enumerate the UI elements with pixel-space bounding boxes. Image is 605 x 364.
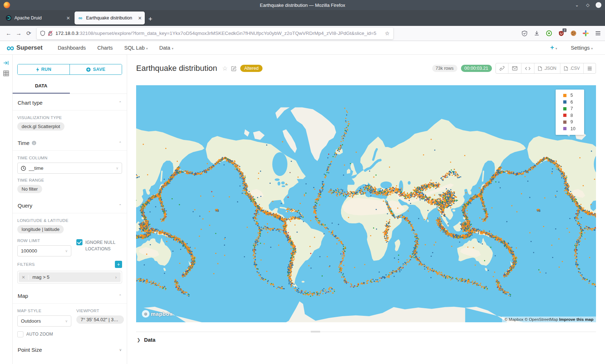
close-icon[interactable]: ✕ xyxy=(596,2,601,8)
legend-label: 6 xyxy=(570,100,573,105)
remove-filter-icon[interactable]: ✕ xyxy=(19,275,29,280)
deckgl-map[interactable]: 5678910 ⊕ mapbox © Mapbox © OpenStreetMa… xyxy=(136,85,596,322)
data-collapse-row[interactable]: ❯ Data xyxy=(137,337,595,343)
data-panel-label: Data xyxy=(144,337,155,343)
improve-map-link[interactable]: Improve this map xyxy=(559,317,593,322)
time-range-value[interactable]: No filter xyxy=(17,185,42,193)
legend-item[interactable]: 7 xyxy=(563,106,584,111)
legend-item[interactable]: 5 xyxy=(563,93,584,98)
superset-infinity-icon: ∞ xyxy=(6,43,14,53)
chevron-right-icon: ❯ xyxy=(137,337,140,342)
tracking-shield-icon[interactable] xyxy=(40,31,45,36)
info-icon: i xyxy=(32,141,36,145)
tab-earthquake-distribution[interactable]: ∞ Earthquake distribution ✕ xyxy=(75,12,145,24)
section-chart-type-header[interactable]: Chart type⌃ xyxy=(13,94,127,110)
minimize-icon[interactable]: ⌄ xyxy=(574,2,580,8)
dataset-grid-icon[interactable] xyxy=(3,70,9,76)
section-map-header[interactable]: Map⌃ xyxy=(13,287,127,303)
embed-code-button[interactable] xyxy=(521,63,534,73)
clock-icon xyxy=(21,166,26,171)
legend-item[interactable]: 9 xyxy=(563,119,584,124)
extension-green-icon[interactable] xyxy=(545,30,552,37)
more-options-icon[interactable] xyxy=(583,63,596,73)
chevron-down-icon: ∨ xyxy=(65,319,68,323)
attribution-text[interactable]: © Mapbox © OpenStreetMap xyxy=(505,317,559,322)
open-filter-icon[interactable]: › xyxy=(111,274,121,280)
export-json-button[interactable]: .JSON xyxy=(534,63,560,73)
nav-data[interactable]: Data▾ xyxy=(153,45,179,51)
download-icon[interactable] xyxy=(533,30,540,37)
back-icon[interactable]: ← xyxy=(4,28,14,38)
cookie-icon[interactable] xyxy=(570,30,577,37)
filter-value: mag > 5 xyxy=(29,274,111,280)
nav-dashboards[interactable]: Dashboards xyxy=(52,45,91,51)
add-new-button[interactable]: +▾ xyxy=(550,44,557,51)
superset-logo[interactable]: ∞ Superset xyxy=(6,43,42,53)
nav-sql-lab[interactable]: SQL Lab▾ xyxy=(118,45,153,51)
tab-apache-druid[interactable]: Apache Druid ✕ xyxy=(3,12,73,24)
row-count-badge: 73k rows xyxy=(432,65,457,72)
reload-icon[interactable]: ⟳ xyxy=(24,28,34,38)
control-panel: RUN SAVE DATA Chart type⌃ VISUALIZATION … xyxy=(13,55,127,364)
panel-drag-handle[interactable] xyxy=(311,330,320,333)
copy-link-button[interactable] xyxy=(496,63,508,73)
legend-item[interactable]: 8 xyxy=(563,113,584,118)
ignore-null-label: IGNORE NULL LOCATIONS xyxy=(85,239,121,252)
insecure-lock-icon[interactable] xyxy=(48,31,53,36)
url-bar[interactable]: 172.18.0.3:32108/superset/explore/?form_… xyxy=(37,28,393,39)
auto-zoom-checkbox[interactable] xyxy=(17,331,23,337)
pinwheel-extension-icon[interactable] xyxy=(582,30,589,37)
legend-swatch-icon xyxy=(563,120,566,124)
settings-menu[interactable]: Settings▾ xyxy=(565,45,599,51)
row-limit-select[interactable]: 100000∨ xyxy=(17,245,71,256)
run-button[interactable]: RUN xyxy=(18,64,70,74)
results-panel: ❯ Data xyxy=(136,332,596,348)
chevron-down-icon: ∨ xyxy=(116,166,118,170)
edit-properties-icon[interactable] xyxy=(231,66,237,71)
ublock-icon[interactable]: 2 xyxy=(557,30,565,37)
forward-icon[interactable]: → xyxy=(14,28,24,38)
tab-close-icon[interactable]: ✕ xyxy=(138,15,142,21)
map-canvas[interactable] xyxy=(136,85,596,322)
menu-icon[interactable] xyxy=(594,30,601,37)
chart-title: Earthquake distribution xyxy=(136,64,217,73)
svg-text:x: x xyxy=(565,68,566,70)
mapbox-logo[interactable]: ⊕ mapbox xyxy=(142,310,173,318)
expand-panel-icon[interactable] xyxy=(3,60,9,65)
query-timer-badge: 00:00:03.21 xyxy=(461,65,492,72)
add-filter-button[interactable]: + xyxy=(115,261,122,268)
legend-swatch-icon xyxy=(563,94,566,97)
legend-item[interactable]: 6 xyxy=(563,100,584,105)
pocket-shield-icon[interactable] xyxy=(521,30,528,37)
superset-favicon-icon: ∞ xyxy=(77,15,83,21)
viewport-value[interactable]: 7° 35' 54.02" | 31... xyxy=(76,315,124,324)
map-style-select[interactable]: Outdoors∨ xyxy=(17,315,71,327)
favorite-star-icon[interactable]: ☆ xyxy=(222,65,228,72)
lightning-icon xyxy=(36,67,39,72)
section-time-header[interactable]: Time i ⌃ xyxy=(13,134,127,150)
save-button[interactable]: SAVE xyxy=(70,64,122,74)
time-column-select[interactable]: __time∨ xyxy=(17,163,122,174)
filter-item[interactable]: ✕ mag > 5 › xyxy=(19,272,121,282)
tab-close-icon[interactable]: ✕ xyxy=(66,15,70,21)
legend-swatch-icon xyxy=(563,107,566,110)
extension-badge: 2 xyxy=(563,28,566,32)
nav-charts[interactable]: Charts xyxy=(91,45,118,51)
time-column-label: TIME COLUMN xyxy=(17,156,122,160)
chevron-up-icon: ⌃ xyxy=(119,141,122,145)
viewport-label: VIEWPORT xyxy=(76,309,122,313)
legend-item[interactable]: 10 xyxy=(563,126,584,131)
ignore-null-checkbox[interactable] xyxy=(76,239,82,245)
lonlat-value[interactable]: longitude | latitude xyxy=(17,225,64,233)
email-button[interactable] xyxy=(508,63,521,73)
bookmark-star-icon[interactable]: ☆ xyxy=(385,30,390,37)
section-point-size-header[interactable]: Point Size∨ xyxy=(13,341,127,357)
viz-type-value[interactable]: deck.gl Scatterplot xyxy=(17,122,64,131)
new-tab-button[interactable]: + xyxy=(148,15,152,23)
export-csv-button[interactable]: x.CSV xyxy=(560,63,583,73)
tab-data[interactable]: DATA xyxy=(13,79,70,94)
section-query-header[interactable]: Query⌃ xyxy=(13,197,127,213)
viz-type-label: VISUALIZATION TYPE xyxy=(17,115,122,120)
maximize-icon[interactable]: ◇ xyxy=(585,2,591,8)
legend-swatch-icon xyxy=(563,100,566,104)
